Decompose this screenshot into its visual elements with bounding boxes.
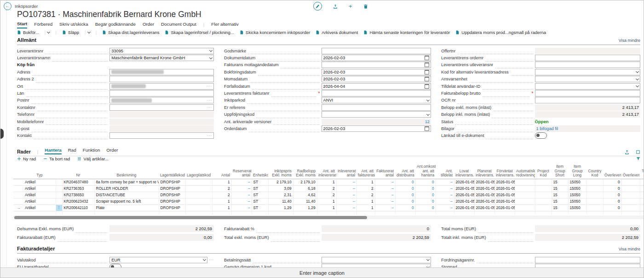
cell[interactable]: 1 xyxy=(212,198,231,204)
cell[interactable]: 15050 xyxy=(568,179,586,185)
cell[interactable]: – xyxy=(436,192,454,198)
field-control-betalningss-tt[interactable] xyxy=(322,257,431,263)
cell[interactable]: – xyxy=(231,204,252,211)
cell[interactable]: ST xyxy=(252,192,268,198)
field-box[interactable] xyxy=(322,90,431,96)
cell[interactable] xyxy=(535,198,552,204)
field-control-offertnr[interactable] xyxy=(535,48,640,54)
column-header-tc-item-status[interactable]: TC Item Status xyxy=(640,164,644,179)
cell[interactable]: 1 xyxy=(356,204,375,211)
field-control-valutakod[interactable]: EUR··· xyxy=(109,257,214,263)
cell[interactable]: 15050 xyxy=(568,198,586,204)
cell[interactable] xyxy=(621,179,640,185)
cell[interactable] xyxy=(56,192,62,198)
column-header-ant-tilldelat[interactable]: Ant. tilldelat xyxy=(436,164,454,179)
field-control-uppf-ljningskod[interactable] xyxy=(322,111,431,118)
field-box[interactable]: 2026-02-03 xyxy=(322,76,431,82)
cell[interactable]: – xyxy=(436,204,454,211)
tab-start[interactable]: Start xyxy=(17,21,27,28)
toolbar-uppdatera-moms-prod-ngsmall-p-raderna[interactable]: Uppdatera moms prod...ngsmall på raderna xyxy=(455,30,546,35)
cell[interactable]: 15 xyxy=(552,179,568,185)
field-box[interactable]: 2 413,17 xyxy=(535,104,640,111)
cell[interactable] xyxy=(515,192,535,198)
field-control-e-post[interactable] xyxy=(109,125,214,132)
ellipsis-button[interactable]: ··· xyxy=(207,134,212,138)
cell[interactable] xyxy=(515,185,535,192)
cell[interactable] xyxy=(535,179,552,185)
cell[interactable] xyxy=(185,179,212,185)
ellipsis-button[interactable]: ··· xyxy=(207,84,212,88)
field-box[interactable]: 33095 xyxy=(109,48,214,54)
cell[interactable]: – xyxy=(375,192,395,198)
field-control-dokumentdatum[interactable]: 2026-02-03 xyxy=(322,55,431,61)
tab-skriv-ut-skicka[interactable]: Skriv ut/skicka xyxy=(59,22,88,28)
cell[interactable]: – xyxy=(336,185,356,192)
calendar-icon[interactable] xyxy=(425,77,429,81)
cell[interactable]: KR200623432 xyxy=(62,198,94,204)
toolbar-h-mta-senaste-konteringen-f-r-leverant-r[interactable]: Hämta senaste konteringen för leverantör xyxy=(363,30,450,35)
lines-action-ta-bort-rad[interactable]: Ta bort rad xyxy=(43,156,70,161)
field-box[interactable]: 2 413,17 xyxy=(535,111,640,118)
field-box[interactable]: ··· xyxy=(109,83,214,90)
caption-text[interactable]: Enter image caption xyxy=(299,270,345,276)
toolbar-bokf-r[interactable]: Bokför... xyxy=(17,30,39,35)
cell[interactable]: 1 xyxy=(356,179,375,185)
cell[interactable]: – xyxy=(231,192,252,198)
column-header-lagerplatskod[interactable]: Lagerplatskod xyxy=(185,164,212,179)
field-box[interactable]: ··· xyxy=(109,97,214,103)
field-box[interactable]: Maschinenfabrik Bernard Krone GmbH xyxy=(109,55,214,61)
share-to-excel-icon[interactable] xyxy=(625,150,629,154)
invoice-details-show-less-link[interactable]: Visa mindre xyxy=(619,247,640,251)
field-box[interactable] xyxy=(535,90,640,96)
general-show-less-link[interactable]: Visa mindre xyxy=(619,38,640,43)
cell[interactable]: Artikel xyxy=(23,185,56,192)
field-control-belopp-exkl-moms-inl-st[interactable]: 2 413,17 xyxy=(535,104,640,111)
cell[interactable]: 3,09 xyxy=(268,185,293,192)
column-header-project-kod[interactable]: Project Kod xyxy=(535,164,552,179)
field-box[interactable] xyxy=(535,97,640,103)
column-header-ant-att-inlevereras[interactable]: Ant. att inlevereras xyxy=(317,164,336,179)
cell[interactable]: ST xyxy=(252,185,268,192)
cell[interactable]: 2026-01-05 xyxy=(474,192,494,198)
field-control-orderdatum[interactable]: 2026-02-03 xyxy=(322,125,431,132)
cell[interactable]: 0 xyxy=(415,198,436,204)
toolbar-sl-pp[interactable]: Släpp xyxy=(62,30,79,35)
column-header-reserverat-antal[interactable]: Reserverat antal xyxy=(231,164,252,179)
column-header-automatisk-redovisnings[interactable]: Automatisk redovisnings... xyxy=(515,164,535,179)
cell[interactable] xyxy=(640,185,644,192)
cell[interactable]: – xyxy=(375,198,395,204)
field-control-fakturans-mottagandedatum[interactable] xyxy=(322,62,431,68)
cell[interactable]: – xyxy=(436,179,454,185)
field-box[interactable] xyxy=(109,119,214,125)
column-header-enhetskod[interactable]: Enhetskod xyxy=(252,164,268,179)
cell[interactable] xyxy=(56,198,62,204)
field-control-bokf-ringsdatum[interactable]: 2026-02-03 xyxy=(322,69,431,75)
cell[interactable]: 1 xyxy=(317,198,336,204)
toolbar-skapa-lagerinf-rsel-plockning[interactable]: Skapa lagerinförsel / plockning... xyxy=(165,30,234,35)
cell[interactable]: 15 xyxy=(552,185,568,192)
field-control-godsm-rke[interactable] xyxy=(322,48,431,54)
cell[interactable]: ROLLER HOLDER xyxy=(94,185,159,192)
column-header-planerat-inleverans[interactable]: Planerat inleverans... xyxy=(474,164,494,179)
share-icon[interactable] xyxy=(333,4,338,9)
tab-order[interactable]: Order xyxy=(143,22,154,28)
cell[interactable]: 2 xyxy=(356,185,375,192)
cell[interactable]: 0 xyxy=(415,192,436,198)
cell[interactable]: DROPSHIP xyxy=(159,204,185,211)
calendar-icon[interactable] xyxy=(425,56,429,60)
cell[interactable] xyxy=(640,179,644,185)
cell[interactable] xyxy=(185,192,212,198)
cell[interactable] xyxy=(535,185,552,192)
ellipsis-button[interactable]: ··· xyxy=(207,105,212,109)
cell[interactable]: 2026-01-05 xyxy=(494,185,515,192)
lines-action-v-lj-artiklar[interactable]: Välj artiklar... xyxy=(77,156,108,161)
field-box[interactable]: 2026-04-04 xyxy=(322,83,431,90)
tab-f-rbered[interactable]: Förbered xyxy=(34,22,52,28)
field-control-postnr[interactable]: ··· xyxy=(109,97,214,103)
column-header-f-rv-ntat-inleverans[interactable]: Förväntat inleverans... xyxy=(494,164,515,179)
cell[interactable]: 2 xyxy=(212,185,231,192)
field-box[interactable]: ··· xyxy=(109,104,214,111)
filter-icon[interactable] xyxy=(636,157,640,161)
field-box[interactable]: 2026-02-03 xyxy=(322,55,431,61)
cell[interactable]: 2026-01-05 xyxy=(474,185,494,192)
